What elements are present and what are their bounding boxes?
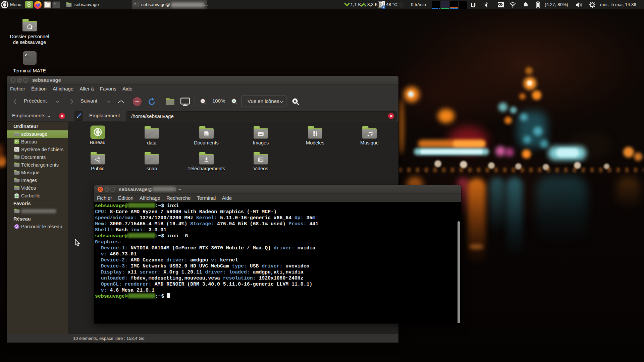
svg-text:A: A <box>293 99 296 103</box>
